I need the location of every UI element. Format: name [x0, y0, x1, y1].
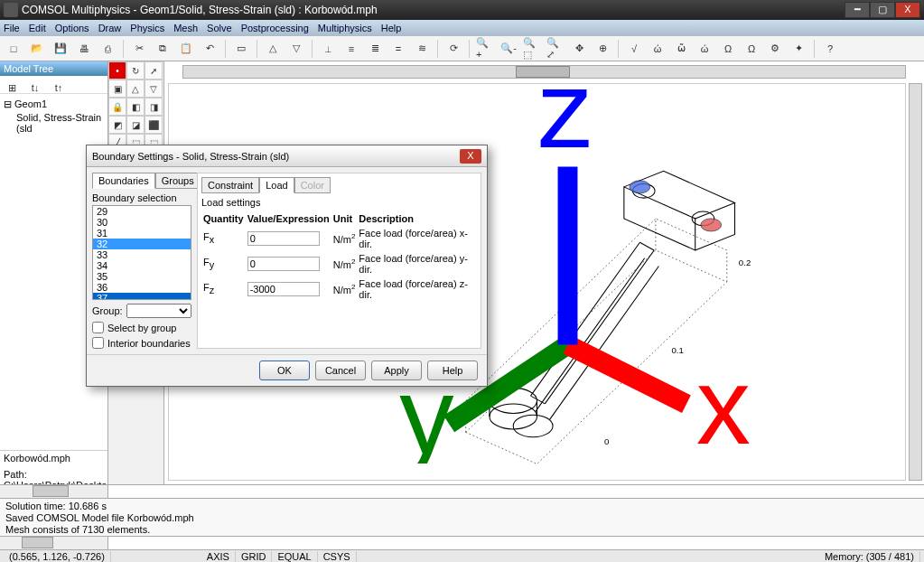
lower-scrollbar[interactable] [0, 537, 108, 549]
new-icon[interactable]: □ [4, 39, 23, 59]
tab-color[interactable]: Color [294, 177, 331, 193]
wizard-icon[interactable]: ✦ [789, 39, 808, 59]
vtool-point-icon[interactable]: • [108, 61, 126, 80]
load-value-input-0[interactable] [247, 231, 320, 246]
menu-physics[interactable]: Physics [130, 23, 164, 33]
bigomega2-icon[interactable]: Ω [742, 39, 761, 59]
boundary-item-32[interactable]: 32 [93, 239, 191, 249]
omega2-icon[interactable]: ῶ [671, 39, 691, 59]
menu-options[interactable]: Options [55, 23, 89, 33]
pointer-icon[interactable]: ▭ [231, 39, 251, 59]
status-coords: (0.565, 1.126, -0.726) [4, 551, 111, 562]
boundary-item-35[interactable]: 35 [93, 271, 191, 282]
vtool-misc2-icon[interactable]: ◨ [145, 98, 163, 116]
apply-button[interactable]: Apply [371, 361, 422, 380]
canvas-scrollbar-vertical[interactable] [909, 83, 922, 481]
tab-load[interactable]: Load [259, 177, 294, 193]
refresh-icon[interactable]: ⟳ [443, 39, 463, 59]
menu-edit[interactable]: Edit [29, 23, 46, 33]
zoomext-icon[interactable]: 🔍⤢ [546, 39, 565, 59]
minimize-button[interactable]: ━ [845, 2, 870, 18]
load-value-input-1[interactable] [247, 257, 320, 271]
maximize-button[interactable]: ▢ [870, 2, 895, 18]
help-icon[interactable]: ? [820, 39, 840, 59]
cancel-button[interactable]: Cancel [315, 361, 366, 380]
vtool-arrow-icon[interactable]: ➚ [145, 61, 163, 80]
interior-boundaries-checkbox[interactable]: Interior boundaries [92, 337, 191, 349]
menu-draw[interactable]: Draw [98, 23, 122, 33]
solve-icon[interactable]: = [388, 39, 408, 59]
svg-text:x: x [696, 345, 751, 464]
zoomout-icon[interactable]: 🔍- [499, 39, 518, 59]
pan-icon[interactable]: ✥ [569, 39, 589, 59]
axis-icon[interactable]: ⟂ [318, 39, 338, 59]
cut-icon[interactable]: ✂ [129, 39, 149, 59]
help-button[interactable]: Help [427, 361, 478, 380]
console-output: Solution time: 10.686 s Saved COMSOL Mod… [0, 498, 924, 536]
bigomega-icon[interactable]: Ω [718, 39, 738, 59]
dialog-title: Boundary Settings - Solid, Stress-Strain… [92, 151, 460, 162]
menu-solve[interactable]: Solve [207, 23, 232, 33]
solveplus-icon[interactable]: ≋ [412, 39, 432, 59]
tree-child[interactable]: Solid, Stress-Strain (sld [4, 111, 104, 135]
zoomin-icon[interactable]: 🔍+ [475, 39, 495, 59]
menu-mesh[interactable]: Mesh [173, 23, 198, 33]
tab-groups[interactable]: Groups [155, 173, 201, 189]
group-label: Group: [92, 305, 123, 316]
vtool-misc3-icon[interactable]: ◩ [108, 116, 126, 134]
omega1-icon[interactable]: ώ [648, 39, 667, 59]
boundary-item-30[interactable]: 30 [93, 217, 191, 228]
copy-icon[interactable]: ⧉ [153, 39, 173, 59]
group-select[interactable] [126, 304, 191, 318]
omega3-icon[interactable]: ώ [695, 39, 714, 59]
print-icon[interactable]: 🖶 [74, 39, 94, 59]
model-tree-header: Model Tree [0, 61, 107, 76]
dialog-close-icon[interactable]: X [460, 149, 481, 164]
triangle2-icon[interactable]: ▽ [286, 39, 306, 59]
load-unit-2: N/m2 [331, 276, 358, 302]
vtool-rotate-icon[interactable]: ↻ [126, 61, 145, 80]
menu-multiphysics[interactable]: Multiphysics [318, 23, 372, 33]
boundary-item-37[interactable]: 37 [93, 293, 191, 300]
status-memory: Memory: (305 / 481) [819, 551, 920, 562]
paste-icon[interactable]: 📋 [176, 39, 196, 59]
save-icon[interactable]: 💾 [51, 39, 70, 59]
vtool-lock-icon[interactable]: 🔒 [108, 98, 126, 116]
menu-file[interactable]: File [4, 23, 20, 33]
boundary-listbox[interactable]: 293031323334353637 [92, 205, 191, 300]
boundary-item-31[interactable]: 31 [93, 228, 191, 239]
vtool-misc5-icon[interactable]: ⬛ [145, 116, 163, 134]
open-icon[interactable]: 📂 [27, 39, 47, 59]
select-by-group-checkbox[interactable]: Select by group [92, 322, 191, 333]
vtool-tri2-icon[interactable]: ▽ [145, 80, 163, 98]
menu-help[interactable]: Help [381, 23, 402, 33]
triangle-icon[interactable]: △ [263, 39, 283, 59]
tree-scrollbar-horizontal[interactable] [0, 485, 108, 498]
vtool-misc4-icon[interactable]: ◪ [126, 116, 145, 134]
menu-postprocessing[interactable]: Postprocessing [241, 23, 309, 33]
printpreview-icon[interactable]: ⎙ [98, 39, 117, 59]
gear-icon[interactable]: ⚙ [765, 39, 785, 59]
info-icon[interactable]: √ [624, 39, 644, 59]
col-quantity: Quantity [201, 211, 246, 226]
boundary-item-29[interactable]: 29 [93, 206, 191, 217]
vtool-tri-icon[interactable]: △ [126, 80, 145, 98]
tab-constraint[interactable]: Constraint [201, 177, 259, 193]
meshfill-icon[interactable]: ≣ [365, 39, 385, 59]
boundary-item-34[interactable]: 34 [93, 260, 191, 271]
target-icon[interactable]: ⊕ [593, 39, 612, 59]
undo-icon[interactable]: ↶ [200, 39, 219, 59]
boundary-item-33[interactable]: 33 [93, 249, 191, 260]
tab-boundaries[interactable]: Boundaries [92, 173, 155, 189]
load-desc-2: Face load (force/area) z-dir. [357, 276, 477, 302]
close-button[interactable]: X [895, 2, 920, 18]
zoomwin-icon[interactable]: 🔍⬚ [522, 39, 542, 59]
vtool-cube-icon[interactable]: ▣ [108, 80, 126, 98]
load-value-input-2[interactable] [247, 282, 320, 296]
tree-root[interactable]: ⊟ Geom1 [4, 98, 104, 111]
meshline-icon[interactable]: ≡ [341, 39, 361, 59]
dialog-titlebar[interactable]: Boundary Settings - Solid, Stress-Strain… [87, 145, 487, 167]
ok-button[interactable]: OK [259, 361, 310, 380]
boundary-item-36[interactable]: 36 [93, 282, 191, 293]
vtool-misc1-icon[interactable]: ◧ [126, 98, 145, 116]
